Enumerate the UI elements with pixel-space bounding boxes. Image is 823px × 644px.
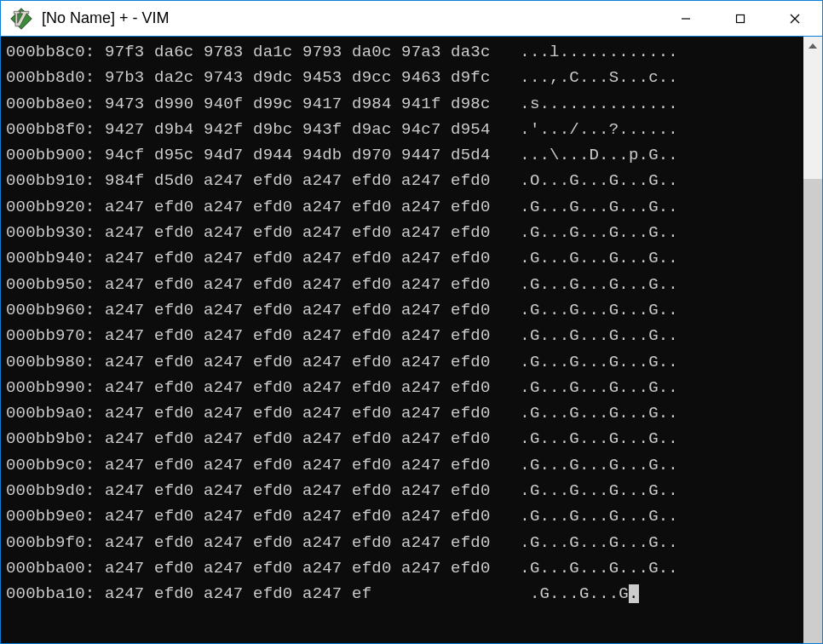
hex-bytes: 97b3 da2c 9743 d9dc 9453 d9cc 9463 d9fc [95, 68, 490, 87]
vertical-scrollbar[interactable] [803, 37, 822, 643]
hex-row: 000bb8d0: 97b3 da2c 9743 d9dc 9453 d9cc … [6, 65, 798, 90]
hex-row: 000bb9e0: a247 efd0 a247 efd0 a247 efd0 … [6, 503, 798, 529]
hex-address: 000bb900: [6, 146, 95, 164]
hex-bytes: a247 efd0 a247 efd0 a247 efd0 a247 efd0 [95, 507, 490, 526]
hex-address: 000bb910: [6, 171, 95, 190]
hex-ascii: .G...G...G...G.. [491, 198, 678, 216]
hex-address: 000bb9e0: [6, 507, 95, 526]
hex-row: 000bb9f0: a247 efd0 a247 efd0 a247 efd0 … [6, 530, 798, 555]
hex-ascii: .G...G...G...G.. [491, 378, 678, 397]
hex-ascii: .G...G...G...G.. [491, 249, 678, 267]
hex-ascii: ...\...D...p.G.. [491, 146, 678, 164]
hex-bytes: a247 efd0 a247 efd0 a247 efd0 a247 efd0 [95, 559, 490, 578]
hex-bytes: a247 efd0 a247 efd0 a247 efd0 a247 efd0 [95, 481, 490, 500]
close-button[interactable] [768, 1, 822, 36]
hex-address: 000bb9f0: [6, 533, 95, 552]
hex-row: 000bb900: 94cf d95c 94d7 d944 94db d970 … [6, 142, 798, 168]
hex-bytes: 94cf d95c 94d7 d944 94db d970 9447 d5d4 [95, 146, 490, 164]
hex-address: 000bb8d0: [6, 68, 95, 87]
hex-bytes: a247 efd0 a247 efd0 a247 efd0 a247 efd0 [95, 326, 490, 345]
hex-address: 000bb8f0: [6, 120, 95, 139]
hex-bytes: a247 efd0 a247 efd0 a247 efd0 a247 efd0 [95, 301, 490, 319]
hex-address: 000bb960: [6, 301, 95, 319]
hex-address: 000bb8e0: [6, 95, 95, 113]
hex-address: 000bba10: [6, 584, 95, 603]
hex-bytes: a247 efd0 a247 efd0 a247 efd0 a247 efd0 [95, 378, 490, 397]
hex-ascii: .G...G...G...G.. [491, 481, 678, 500]
hex-bytes: a247 efd0 a247 efd0 a247 efd0 a247 efd0 [95, 198, 490, 216]
hex-row: 000bb970: a247 efd0 a247 efd0 a247 efd0 … [6, 323, 798, 348]
editor-viewport[interactable]: 000bb8c0: 97f3 da6c 9783 da1c 9793 da0c … [1, 37, 803, 643]
hex-address: 000bb940: [6, 249, 95, 267]
hex-address: 000bb930: [6, 223, 95, 242]
cursor: . [629, 584, 639, 603]
hex-row: 000bb940: a247 efd0 a247 efd0 a247 efd0 … [6, 245, 798, 271]
hex-row: 000bb990: a247 efd0 a247 efd0 a247 efd0 … [6, 375, 798, 400]
hex-row: 000bb9b0: a247 efd0 a247 efd0 a247 efd0 … [6, 426, 798, 451]
hex-ascii: .s.............. [491, 95, 678, 113]
hex-row: 000bb930: a247 efd0 a247 efd0 a247 efd0 … [6, 220, 798, 245]
scroll-thumb[interactable] [803, 179, 822, 643]
hex-ascii: .G...G...G...G.. [491, 223, 678, 242]
hex-row: 000bb920: a247 efd0 a247 efd0 a247 efd0 … [6, 194, 798, 220]
hex-row: 000bb950: a247 efd0 a247 efd0 a247 efd0 … [6, 272, 798, 297]
svg-marker-6 [809, 43, 817, 49]
hex-ascii: .O...G...G...G.. [491, 171, 678, 190]
hex-address: 000bb9c0: [6, 456, 95, 474]
hex-address: 000bb9b0: [6, 429, 95, 448]
hex-bytes: a247 efd0 a247 efd0 a247 efd0 a247 efd0 [95, 249, 490, 267]
hex-bytes: a247 efd0 a247 efd0 a247 efd0 a247 efd0 [95, 404, 490, 423]
hex-ascii: .G...G...G. [500, 584, 638, 603]
hex-row: 000bb910: 984f d5d0 a247 efd0 a247 efd0 … [6, 168, 798, 193]
window-controls [659, 1, 822, 36]
hex-row: 000bb960: a247 efd0 a247 efd0 a247 efd0 … [6, 297, 798, 323]
hex-bytes: 9427 d9b4 942f d9bc 943f d9ac 94c7 d954 [95, 120, 490, 139]
vim-app-icon [9, 7, 33, 31]
hex-address: 000bb970: [6, 326, 95, 345]
hex-ascii: .G...G...G...G.. [491, 507, 678, 526]
hex-address: 000bb950: [6, 275, 95, 294]
hex-ascii: .G...G...G...G.. [491, 429, 678, 448]
application-window: [No Name] + - VIM 000bb8c0: 97f3 da6c 97… [0, 0, 823, 644]
hex-row: 000bba10: a247 efd0 a247 efd0 a247 ef .G… [6, 581, 798, 607]
hex-bytes: 97f3 da6c 9783 da1c 9793 da0c 97a3 da3c [95, 43, 490, 61]
scroll-up-arrow-icon[interactable] [803, 37, 822, 55]
hex-address: 000bba00: [6, 559, 95, 578]
scroll-track[interactable] [803, 55, 822, 643]
hex-ascii: .G...G...G...G.. [491, 404, 678, 423]
titlebar[interactable]: [No Name] + - VIM [1, 1, 822, 37]
hex-ascii: ...l............ [491, 43, 678, 61]
maximize-button[interactable] [713, 1, 768, 36]
hex-row: 000bba00: a247 efd0 a247 efd0 a247 efd0 … [6, 555, 798, 581]
hex-ascii: .G...G...G...G.. [491, 326, 678, 345]
hex-row: 000bb9a0: a247 efd0 a247 efd0 a247 efd0 … [6, 400, 798, 426]
hex-address: 000bb9a0: [6, 404, 95, 423]
hex-address: 000bb8c0: [6, 43, 95, 61]
hex-bytes: a247 efd0 a247 efd0 a247 efd0 a247 efd0 [95, 275, 490, 294]
hex-ascii: .G...G...G...G.. [491, 456, 678, 474]
hex-row: 000bb980: a247 efd0 a247 efd0 a247 efd0 … [6, 349, 798, 375]
hex-bytes: a247 efd0 a247 efd0 a247 efd0 a247 efd0 [95, 456, 490, 474]
hex-address: 000bb9d0: [6, 481, 95, 500]
hex-bytes: a247 efd0 a247 efd0 a247 efd0 a247 efd0 [95, 429, 490, 448]
hex-row: 000bb8f0: 9427 d9b4 942f d9bc 943f d9ac … [6, 117, 798, 142]
window-title: [No Name] + - VIM [42, 9, 659, 27]
hex-bytes: a247 efd0 a247 efd0 a247 efd0 a247 efd0 [95, 533, 490, 552]
minimize-button[interactable] [659, 1, 713, 36]
hex-address: 000bb990: [6, 378, 95, 397]
hex-bytes: a247 efd0 a247 efd0 a247 efd0 a247 efd0 [95, 353, 490, 371]
hex-ascii: .G...G...G...G.. [491, 301, 678, 319]
hex-row: 000bb8e0: 9473 d990 940f d99c 9417 d984 … [6, 91, 798, 117]
content-area: 000bb8c0: 97f3 da6c 9783 da1c 9793 da0c … [1, 37, 822, 643]
hex-ascii: .G...G...G...G.. [491, 533, 678, 552]
hex-ascii: .'.../...?...... [491, 120, 678, 139]
svg-rect-3 [737, 14, 745, 22]
hex-row: 000bb9d0: a247 efd0 a247 efd0 a247 efd0 … [6, 478, 798, 503]
hex-bytes: a247 efd0 a247 efd0 a247 ef [95, 584, 500, 603]
hex-ascii: ...,.C...S...c.. [491, 68, 678, 87]
hex-address: 000bb980: [6, 353, 95, 371]
hex-bytes: a247 efd0 a247 efd0 a247 efd0 a247 efd0 [95, 223, 490, 242]
hex-address: 000bb920: [6, 198, 95, 216]
hex-ascii: .G...G...G...G.. [491, 353, 678, 371]
hex-bytes: 984f d5d0 a247 efd0 a247 efd0 a247 efd0 [95, 171, 490, 190]
